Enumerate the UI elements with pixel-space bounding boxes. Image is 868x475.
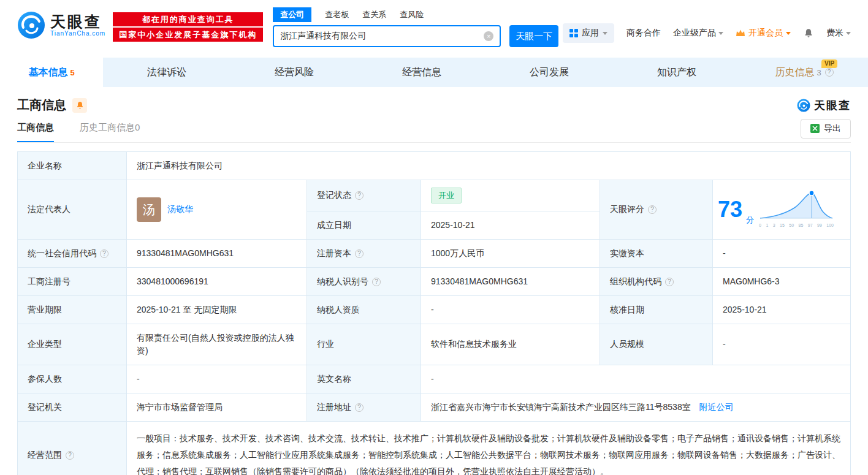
watermark-logo: 天眼查 — [797, 98, 851, 113]
taxpayer-id-value: 91330481MAG0MHG631 — [421, 267, 600, 295]
search-button[interactable]: 天眼一下 — [509, 25, 558, 47]
status-badge: 开业 — [431, 188, 462, 203]
business-cooperation-link[interactable]: 商务合作 — [626, 28, 661, 39]
apps-menu[interactable]: 应用 — [563, 23, 614, 43]
establish-date-value: 2025-10-21 — [421, 211, 600, 239]
taxpayer-id-label: 纳税人识别号? — [307, 267, 421, 295]
company-section-nav: 基本信息 5 法律诉讼 经营风险 经营信息 公司发展 知识产权 VIP 历史信息… — [0, 58, 868, 87]
bell-icon — [75, 101, 85, 110]
help-icon[interactable]: ? — [648, 205, 657, 214]
tab-business-info[interactable]: 经营信息 — [358, 58, 485, 87]
help-icon[interactable]: ? — [100, 249, 108, 258]
tab-legal-litigation[interactable]: 法律诉讼 — [103, 58, 230, 87]
reg-capital-value: 1000万人民币 — [421, 239, 600, 267]
clear-search-icon[interactable]: × — [484, 31, 493, 41]
insured-count-value: - — [127, 365, 307, 393]
promo-banner-line2: 国家中小企业发展子基金旗下机构 — [113, 28, 263, 42]
subtab-history-registration[interactable]: 历史工商信息0 — [80, 115, 140, 142]
username: 费米 — [826, 28, 843, 39]
table-row: 企业类型 有限责任公司(自然人投资或控股的法人独资) 行业 软件和信息技术服务业… — [18, 324, 851, 365]
reg-number-value: 330481000696191 — [127, 267, 307, 295]
registry-value: 海宁市市场监督管理局 — [127, 393, 307, 421]
company-type-label: 企业类型 — [18, 324, 127, 365]
search-tab-risk[interactable]: 查风险 — [400, 9, 424, 20]
export-button[interactable]: 导出 — [801, 119, 851, 139]
table-row: 营业期限 2025-10-21 至 无固定期限 纳税人资质 - 核准日期 202… — [18, 295, 851, 324]
tab-company-development-label: 公司发展 — [530, 66, 569, 79]
score-unit: 分 — [746, 214, 754, 226]
promo-banner-line1: 都在用的商业查询工具 — [113, 12, 263, 26]
open-vip-menu[interactable]: 开通会员 — [736, 28, 791, 39]
tab-basic-info[interactable]: 基本信息 5 — [0, 58, 103, 87]
score-value: 73 分 01 315 — [713, 180, 851, 240]
paid-capital-value: - — [713, 239, 851, 267]
credit-code-label: 统一社会信用代码? — [18, 239, 127, 267]
enterprise-products-menu[interactable]: 企业级产品 — [673, 28, 723, 39]
tab-business-risk[interactable]: 经营风险 — [230, 58, 358, 87]
tab-company-development[interactable]: 公司发展 — [485, 58, 613, 87]
table-row: 企业名称 浙江声通科技有限公司 — [18, 152, 851, 180]
legal-rep-link[interactable]: 汤敬华 — [167, 203, 193, 216]
help-icon[interactable]: ? — [66, 451, 74, 460]
help-icon[interactable]: ? — [825, 68, 834, 77]
tab-basic-info-count: 5 — [70, 68, 74, 77]
industry-label: 行业 — [307, 324, 421, 365]
help-icon[interactable]: ? — [372, 278, 381, 286]
chevron-down-icon — [846, 32, 851, 37]
address-text: 浙江省嘉兴市海宁市长安镇海宁高新技术产业园区纬三路11号8538室 — [431, 402, 691, 412]
paid-capital-label: 实缴资本 — [600, 239, 713, 267]
credit-code-value: 91330481MAG0MHG631 — [127, 239, 307, 267]
tab-intellectual-property[interactable]: 知识产权 — [613, 58, 740, 87]
help-icon[interactable]: ? — [355, 403, 364, 412]
search-area: 查公司 查老板 查关系 查风险 × 天眼一下 — [273, 7, 558, 47]
tianyancha-logo-icon — [17, 11, 45, 39]
table-row: 法定代表人 汤 汤敬华 登记状态? 开业 天眼评分? — [18, 180, 851, 211]
excel-icon — [810, 124, 820, 133]
section-title: 工商信息 — [17, 97, 66, 113]
apps-grid-icon — [569, 29, 578, 37]
help-icon[interactable]: ? — [665, 278, 674, 286]
score-distribution-chart: 01 315 5085 9799 100 — [759, 190, 834, 229]
reg-capital-label: 注册资本? — [307, 239, 421, 267]
vip-badge: VIP — [821, 59, 837, 68]
user-menu[interactable]: 费米 — [826, 28, 851, 39]
search-tab-relation[interactable]: 查关系 — [362, 9, 386, 20]
brand-name: 天眼查 — [50, 13, 105, 30]
address-label: 注册地址? — [307, 393, 421, 421]
tab-history-info[interactable]: VIP 历史信息 3 ? — [740, 58, 868, 87]
business-scope-label: 经营范围? — [18, 421, 127, 475]
approval-date-label: 核准日期 — [600, 295, 713, 324]
export-button-label: 导出 — [824, 123, 841, 134]
business-term-label: 营业期限 — [18, 295, 127, 324]
tab-business-risk-label: 经营风险 — [275, 66, 314, 79]
search-tab-company[interactable]: 查公司 — [273, 7, 311, 22]
help-icon[interactable]: ? — [355, 191, 364, 200]
search-input[interactable] — [280, 31, 484, 41]
search-type-tabs: 查公司 查老板 查关系 查风险 — [273, 7, 558, 22]
tab-legal-litigation-label: 法律诉讼 — [147, 66, 186, 79]
help-icon[interactable]: ? — [355, 249, 364, 258]
subtab-business-registration[interactable]: 工商信息 — [17, 115, 54, 142]
reg-status-label: 登记状态? — [307, 180, 421, 211]
main-content: 工商信息 天眼查 工商信息 历史工商信息0 — [0, 97, 868, 475]
org-code-label: 组织机构代码? — [600, 267, 713, 295]
tab-intellectual-property-label: 知识产权 — [657, 66, 696, 79]
table-row: 参保人数 - 英文名称 - — [18, 365, 851, 393]
company-type-value: 有限责任公司(自然人投资或控股的法人独资) — [127, 324, 307, 365]
company-name-value: 浙江声通科技有限公司 — [127, 152, 851, 180]
nearby-companies-link[interactable]: 附近公司 — [699, 402, 734, 412]
table-row: 经营范围? 一般项目：技术服务、技术开发、技术咨询、技术交流、技术转让、技术推广… — [18, 421, 851, 475]
chevron-down-icon — [603, 32, 607, 37]
search-tab-boss[interactable]: 查老板 — [325, 9, 349, 20]
score-number: 73 — [718, 199, 742, 221]
org-code-value: MAG0MHG6-3 — [713, 267, 851, 295]
notifications-button[interactable] — [803, 28, 814, 39]
legal-rep-avatar[interactable]: 汤 — [137, 197, 161, 222]
staff-size-label: 人员规模 — [600, 324, 713, 365]
monitor-bell-button[interactable] — [72, 98, 87, 113]
reg-number-label: 工商注册号 — [18, 267, 127, 295]
tianyancha-logo[interactable]: 天眼查 TianYanCha.com — [17, 11, 105, 39]
enterprise-products-label: 企业级产品 — [673, 28, 716, 39]
taxpayer-qualification-value: - — [421, 295, 600, 324]
tab-business-info-label: 经营信息 — [402, 66, 441, 79]
